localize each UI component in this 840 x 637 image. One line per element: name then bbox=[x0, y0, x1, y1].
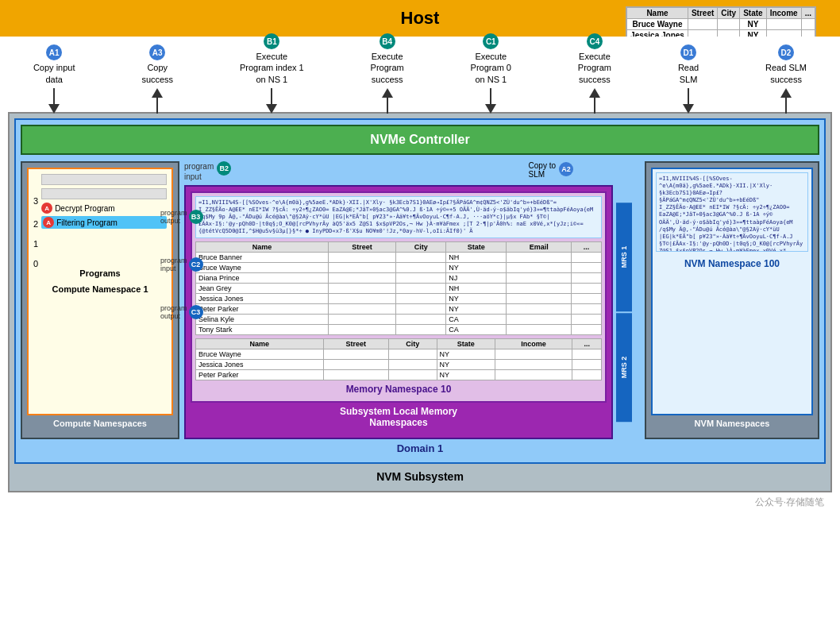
table-row: Tony StarkCA bbox=[196, 325, 602, 335]
badge-b2: B2 bbox=[217, 161, 231, 176]
arrow-c1: C1 ExecuteProgram 0on NS 1 bbox=[471, 33, 511, 112]
badge-a1: A1 bbox=[46, 44, 62, 60]
code-block-top: =I1,NVIII%4S-[[%SOves-^e\A{m0ä},g%5aeE.*… bbox=[195, 196, 602, 238]
badge-c2: C2 bbox=[189, 257, 203, 272]
domain1-label: Domain 1 bbox=[21, 439, 819, 457]
badge-b3: B3 bbox=[189, 210, 203, 224]
code-block-nvm: =I1,NVIII%4S-[[%SOves-^e\A{m0ä},g%5aeE.*… bbox=[656, 172, 808, 252]
nvm-ns100-label: NVM Namespace 100 bbox=[656, 255, 808, 272]
top-table-header-name: Name bbox=[627, 8, 688, 19]
slm-memory-ns: =I1,NVIII%4S-[[%SOves-^e\A{m0ä},g%5aeE.*… bbox=[191, 191, 607, 403]
copy-to-slm-area: Copy toSLM A2 bbox=[529, 161, 573, 179]
badge-c1: C1 bbox=[483, 33, 499, 49]
slm-label: Subsystem Local MemoryNamespaces bbox=[191, 403, 607, 433]
compute-namespaces-label: Compute Namespaces bbox=[27, 415, 173, 433]
program-badge-a-decrypt: A bbox=[41, 203, 52, 214]
badge-b4: B4 bbox=[380, 33, 395, 49]
program-input-c2-label: programinput bbox=[160, 257, 187, 272]
filtering-program-label: Filtering Program bbox=[56, 218, 118, 227]
badge-a2: A2 bbox=[559, 162, 573, 176]
badge-c3: C3 bbox=[189, 305, 203, 319]
label-a1: Copy inputdata bbox=[33, 62, 75, 85]
watermark: 公众号·存储随笔 bbox=[0, 492, 840, 512]
nvm-namespaces-label: NVM Namespaces bbox=[651, 415, 813, 433]
c3-label-area: programoutput C3 bbox=[160, 304, 206, 320]
number-labels: 3 2 1 0 bbox=[33, 174, 38, 268]
label-b4: ExecuteProgramsuccess bbox=[371, 51, 404, 85]
host-title: Host bbox=[401, 8, 440, 28]
badge-a3: A3 bbox=[149, 44, 165, 60]
label-c1: ExecuteProgram 0on NS 1 bbox=[471, 51, 511, 85]
c2-label-area: programinput C2 bbox=[160, 257, 206, 272]
table-row: Peter ParkerNY bbox=[196, 304, 602, 315]
nvm-ns100: =I1,NVIII%4S-[[%SOves-^e\A{m0ä},g%5aeE.*… bbox=[651, 168, 813, 415]
top-table-header-street: Street bbox=[688, 8, 717, 19]
host-bar: Host Name Street City State Income ... B… bbox=[0, 0, 840, 37]
arrows-section: A1 Copy inputdata A3 Copysuccess B1 Exec… bbox=[0, 37, 840, 112]
table-row: Jessica JonesNY bbox=[196, 360, 602, 370]
badge-c4: C4 bbox=[587, 33, 603, 49]
b3-label-area: programoutput B3 bbox=[160, 209, 206, 225]
program-badge-a-filtering: A bbox=[43, 217, 54, 228]
table-row: Peter ParkerNY bbox=[196, 370, 602, 380]
nvm-subsystem-label: NVM Subsystem bbox=[14, 467, 826, 486]
mrs-bars: MRS 1 MRS 2 bbox=[616, 203, 632, 422]
label-d2: Read SLMsuccess bbox=[765, 62, 807, 85]
program-row-filtering: A Filtering Program bbox=[41, 216, 167, 229]
program-output-c3-label: programoutput bbox=[160, 304, 187, 320]
table-row: Jessica JonesNY bbox=[196, 294, 602, 304]
arrow-b1: B1 ExecuteProgram index 1on NS 1 bbox=[240, 33, 304, 112]
badge-d2: D2 bbox=[778, 44, 794, 60]
compute-ns1-label: Compute Namespace 1 bbox=[33, 281, 167, 297]
domain1: NVMe Controller 3 2 1 0 bbox=[14, 118, 826, 464]
top-table-header-city: City bbox=[718, 8, 740, 19]
top-table-header-income: Income bbox=[766, 8, 801, 19]
badge-b1: B1 bbox=[264, 33, 279, 49]
mrs1-bar: MRS 1 bbox=[616, 203, 632, 311]
input-table-container: Name Street City State Email ... bbox=[195, 241, 602, 335]
nvm-subsystem: NVMe Controller 3 2 1 0 bbox=[8, 112, 832, 492]
decrypt-program-label: Decrypt Program bbox=[55, 204, 115, 213]
compute-ns1: 3 2 1 0 A Decrypt bbox=[27, 168, 173, 415]
program-output-b3-label: programoutput bbox=[160, 209, 187, 225]
table-row: Jean GreyNH bbox=[196, 284, 602, 294]
label-c4: ExecuteProgramsuccess bbox=[578, 51, 611, 85]
slm-panel: =I1,NVIII%4S-[[%SOves-^e\A{m0ä},g%5aeE.*… bbox=[184, 185, 613, 439]
arrow-a1: A1 Copy inputdata bbox=[33, 44, 75, 112]
table-row: Selina KyleCA bbox=[196, 315, 602, 325]
table-row: Bruce BannerNH bbox=[196, 253, 602, 263]
nvm-ns-panel: =I1,NVIII%4S-[[%SOves-^e\A{m0ä},g%5aeE.*… bbox=[645, 161, 819, 439]
label-a3: Copysuccess bbox=[141, 62, 173, 85]
table-row: Bruce WayneNY bbox=[627, 19, 815, 30]
top-table-header-more: ... bbox=[801, 8, 815, 19]
table-row: Bruce WayneNY bbox=[196, 263, 602, 273]
output-data-table: Name Street City State Income ... bbox=[195, 338, 602, 380]
programs-label: Programs bbox=[33, 268, 167, 278]
program-input-top-label: programinput bbox=[184, 161, 214, 182]
top-table-header-state: State bbox=[740, 8, 766, 19]
copy-to-slm-label: Copy toSLM bbox=[529, 161, 556, 179]
nvme-controller: NVMe Controller bbox=[21, 125, 819, 155]
mrs2-bar: MRS 2 bbox=[616, 313, 632, 422]
output-table-container: Name Street City State Income ... bbox=[195, 338, 602, 380]
arrow-d1: D1 ReadSLM bbox=[678, 44, 699, 112]
arrow-d2: D2 Read SLMsuccess bbox=[765, 44, 807, 112]
badge-d1: D1 bbox=[680, 44, 696, 60]
main-content-row: 3 2 1 0 A Decrypt bbox=[21, 161, 819, 439]
compute-namespaces-panel: 3 2 1 0 A Decrypt bbox=[21, 161, 179, 439]
table-row: Bruce WayneNY bbox=[196, 349, 602, 360]
table-row: Diana PrinceNJ bbox=[196, 273, 602, 284]
slm-memory-ns-label: Memory Namespace 10 bbox=[195, 380, 602, 398]
label-b1: ExecuteProgram index 1on NS 1 bbox=[240, 51, 304, 85]
arrow-b4: B4 ExecuteProgramsuccess bbox=[371, 33, 404, 112]
arrow-c4: C4 ExecuteProgramsuccess bbox=[578, 33, 611, 112]
input-data-table: Name Street City State Email ... bbox=[195, 241, 602, 335]
arrow-a3: A3 Copysuccess bbox=[141, 44, 173, 112]
program-row-decrypt: A Decrypt Program bbox=[41, 203, 167, 214]
label-d1: ReadSLM bbox=[678, 62, 699, 85]
step-badges-left: programoutput B3 programinput C2 program… bbox=[160, 209, 206, 320]
main-wrapper: Host Name Street City State Income ... B… bbox=[0, 0, 840, 512]
